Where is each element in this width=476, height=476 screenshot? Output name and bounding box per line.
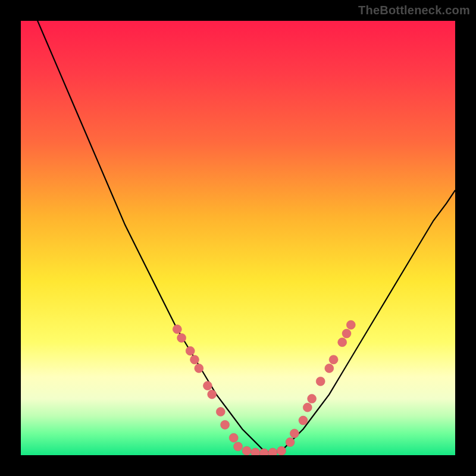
plot-area	[21, 21, 455, 455]
data-dot	[216, 408, 225, 416]
data-dot	[303, 403, 312, 412]
data-dot	[299, 416, 308, 425]
data-dot	[346, 321, 355, 330]
data-dot	[190, 355, 199, 364]
data-dot	[308, 394, 317, 403]
data-dot	[329, 355, 338, 364]
data-dot	[186, 346, 195, 355]
data-dot	[173, 325, 181, 334]
data-dot	[221, 420, 230, 429]
data-dot	[325, 364, 334, 373]
data-dot	[242, 446, 251, 455]
data-dot	[316, 377, 325, 386]
data-dot	[203, 381, 212, 390]
data-dot	[234, 442, 243, 451]
data-dot	[177, 333, 186, 342]
data-dot	[286, 438, 295, 447]
data-dots	[173, 321, 355, 456]
data-dot	[277, 446, 286, 455]
data-dot	[338, 338, 347, 347]
data-dot	[342, 329, 351, 338]
chart-frame: TheBottleneck.com	[0, 0, 476, 476]
watermark-text: TheBottleneck.com	[358, 4, 470, 17]
data-dot	[195, 364, 203, 373]
data-dot	[251, 448, 260, 455]
data-dot	[290, 429, 299, 438]
data-dot	[259, 449, 268, 455]
bottleneck-curve	[21, 21, 455, 453]
curve-svg	[21, 21, 455, 455]
data-dot	[229, 433, 238, 442]
data-dot	[268, 448, 277, 455]
data-dot	[208, 390, 217, 399]
